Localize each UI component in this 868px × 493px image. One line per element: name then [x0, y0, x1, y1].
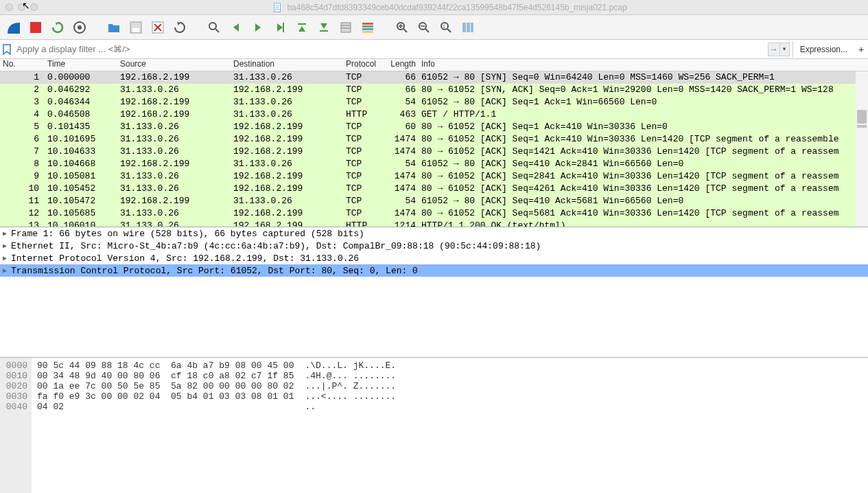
title-bar: ↖ ba468c54d7dfd8393349ceb40dcdaf939244f2… [0, 0, 868, 15]
add-filter-button[interactable]: + [854, 44, 868, 55]
packet-details-pane[interactable]: ▶Frame 1: 66 bytes on wire (528 bits), 6… [0, 227, 868, 357]
expression-button[interactable]: Expression... [793, 41, 854, 58]
expand-triangle-icon[interactable]: ▶ [3, 254, 11, 262]
packet-row[interactable]: 10.000000192.168.2.19931.133.0.26TCP6661… [0, 71, 868, 84]
resize-columns-button[interactable] [458, 18, 478, 37]
svg-rect-22 [362, 28, 373, 30]
go-first-button[interactable] [292, 18, 312, 37]
detail-row[interactable]: ▶Transmission Control Protocol, Src Port… [0, 264, 868, 277]
packet-row[interactable]: 610.10169531.133.0.26192.168.2.199TCP147… [0, 133, 868, 146]
filter-arrow-icon: → [769, 43, 780, 56]
go-to-packet-button[interactable] [270, 18, 290, 37]
detail-row[interactable]: ▶Ethernet II, Src: Micro-St_4b:a7:b9 (4c… [0, 240, 868, 252]
packet-row[interactable]: 810.104668192.168.2.19931.133.0.26TCP546… [0, 158, 868, 170]
svg-line-32 [447, 29, 451, 32]
find-packet-button[interactable] [204, 18, 224, 37]
column-time[interactable]: Time [45, 59, 117, 71]
column-source[interactable]: Source [117, 59, 231, 71]
expand-triangle-icon[interactable]: ▶ [3, 266, 11, 275]
window-title: ba468c54d7dfd8393349ceb40dcdaf939244f22c… [287, 3, 626, 12]
fin-icon[interactable] [4, 18, 23, 37]
reload-button[interactable] [170, 18, 189, 37]
filter-bar: → ▼ Expression... + [0, 40, 868, 59]
packet-row[interactable]: 1010.10545231.133.0.26192.168.2.199TCP14… [0, 183, 868, 195]
zoom-reset-button[interactable]: 1 [436, 18, 456, 37]
restart-capture-button[interactable] [48, 18, 67, 37]
packet-row[interactable]: 30.046344192.168.2.19931.133.0.26TCP5461… [0, 96, 868, 108]
svg-rect-16 [320, 30, 328, 32]
packet-list-pane: No. Time Source Destination Protocol Len… [0, 59, 868, 227]
packet-list-header[interactable]: No. Time Source Destination Protocol Len… [0, 59, 868, 71]
svg-rect-4 [30, 22, 41, 33]
go-forward-button[interactable] [248, 18, 268, 37]
column-destination[interactable]: Destination [231, 59, 343, 71]
chevron-down-icon: ▼ [780, 43, 789, 56]
packet-row[interactable]: 1210.10568531.133.0.26192.168.2.199TCP14… [0, 207, 868, 220]
svg-rect-20 [362, 23, 373, 25]
go-back-button[interactable] [226, 18, 246, 37]
filter-apply-dropdown[interactable]: → ▼ [768, 43, 790, 56]
document-icon [273, 3, 283, 12]
packet-row[interactable]: 1310.10601031.133.0.26192.168.2.199HTTP1… [0, 220, 868, 227]
zoom-in-button[interactable] [392, 18, 412, 37]
expand-triangle-icon[interactable]: ▶ [3, 242, 11, 250]
save-file-button[interactable] [126, 18, 145, 37]
go-last-button[interactable] [314, 18, 333, 37]
hex-offsets: 0000 0010 0020 0030 0040 [0, 358, 32, 493]
window-controls [5, 3, 38, 11]
main-toolbar: 1 [0, 15, 868, 40]
auto-scroll-button[interactable] [336, 18, 355, 37]
packet-row[interactable]: 710.10463331.133.0.26192.168.2.199TCP147… [0, 146, 868, 158]
close-window-button[interactable] [5, 3, 13, 11]
packet-row[interactable]: 50.10143531.133.0.26192.168.2.199TCP6080… [0, 121, 868, 133]
svg-rect-34 [462, 23, 466, 32]
column-info[interactable]: Info [419, 59, 868, 71]
packet-row[interactable]: 20.04629231.133.0.26192.168.2.199TCP6680… [0, 84, 868, 96]
svg-rect-36 [471, 23, 473, 32]
maximize-window-button[interactable] [30, 3, 38, 11]
column-length[interactable]: Length [386, 59, 419, 71]
open-file-button[interactable] [104, 18, 124, 37]
column-no[interactable]: No. [0, 59, 45, 71]
svg-rect-23 [362, 31, 373, 33]
hex-bytes: 90 5c 44 09 88 18 4c cc 6a 4b a7 b9 08 0… [32, 358, 299, 493]
packet-bytes-pane[interactable]: 0000 0010 0020 0030 0040 90 5c 44 09 88 … [0, 357, 868, 493]
close-file-button[interactable] [148, 18, 167, 37]
svg-rect-15 [298, 23, 306, 25]
svg-rect-14 [283, 23, 284, 32]
svg-line-29 [425, 29, 429, 32]
packet-row[interactable]: 910.10508131.133.0.26192.168.2.199TCP147… [0, 170, 868, 183]
display-filter-input[interactable] [14, 41, 765, 58]
detail-row[interactable]: ▶Frame 1: 66 bytes on wire (528 bits), 6… [0, 227, 868, 240]
packet-scrollbar[interactable] [856, 71, 868, 227]
svg-rect-8 [132, 28, 139, 32]
zoom-out-button[interactable] [414, 18, 434, 37]
bookmark-icon[interactable] [1, 41, 12, 58]
svg-text:1: 1 [443, 24, 445, 29]
minimize-window-button[interactable] [18, 3, 25, 11]
packet-row[interactable]: 40.046508192.168.2.19931.133.0.26HTTP463… [0, 108, 868, 121]
svg-rect-21 [362, 25, 373, 27]
column-protocol[interactable]: Protocol [343, 59, 386, 71]
svg-point-6 [78, 25, 82, 30]
capture-options-button[interactable] [70, 18, 89, 37]
hex-ascii: .\D...L. jK....E. .4H.@... ........ ...|… [299, 358, 401, 493]
svg-rect-35 [467, 23, 470, 32]
colorize-button[interactable] [358, 18, 377, 37]
detail-row[interactable]: ▶Internet Protocol Version 4, Src: 192.1… [0, 252, 868, 264]
svg-rect-17 [341, 23, 351, 32]
svg-line-13 [215, 29, 219, 32]
expand-triangle-icon[interactable]: ▶ [3, 229, 11, 238]
svg-point-12 [209, 23, 216, 30]
packet-list-body[interactable]: 10.000000192.168.2.19931.133.0.26TCP6661… [0, 71, 868, 227]
svg-line-25 [403, 29, 407, 32]
packet-row[interactable]: 1110.105472192.168.2.19931.133.0.26TCP54… [0, 195, 868, 207]
stop-capture-button[interactable] [26, 18, 45, 37]
